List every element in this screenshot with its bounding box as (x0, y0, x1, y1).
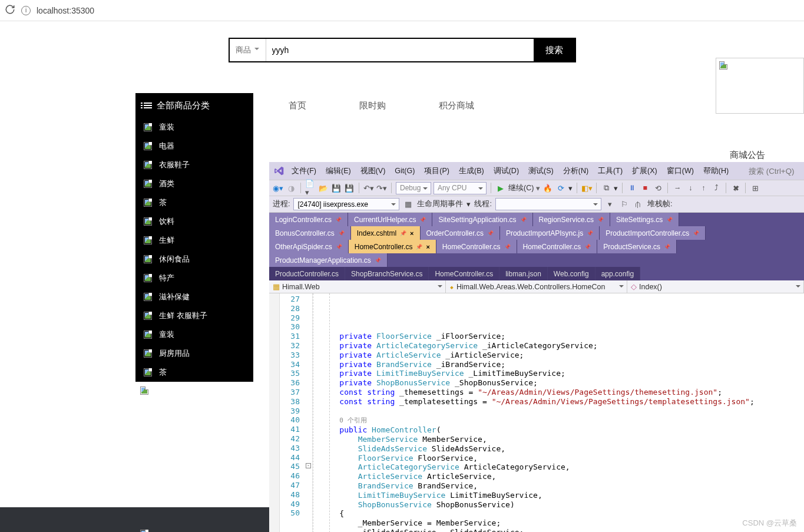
vs-menu-item[interactable]: 测试(S) (524, 164, 558, 177)
code-line[interactable]: FloorService FloorService, (321, 454, 755, 463)
category-item[interactable]: 电器 (135, 137, 253, 156)
category-item[interactable]: 童装 (135, 118, 253, 137)
pin-icon[interactable]: 📌 (375, 257, 381, 263)
vs-menu-item[interactable]: 生成(B) (454, 164, 489, 177)
code-line[interactable]: public HomeController( (321, 425, 755, 435)
restart-icon[interactable]: ⟳ (555, 183, 566, 193)
vs-tab[interactable]: ProductController.cs (269, 267, 345, 280)
nav-flash[interactable]: 限时购 (359, 100, 386, 111)
code-line[interactable]: private FloorService _iFloorService; (321, 332, 755, 341)
tool-icon[interactable]: ⊞ (750, 183, 760, 193)
vs-tab[interactable]: RegionService.cs📌 (533, 213, 610, 226)
crumb-class[interactable]: ⬥Himall.Web.Areas.Web.Controllers.HomeCo… (446, 280, 627, 293)
vs-tab[interactable]: Index.cshtml📌× (351, 226, 421, 240)
code-line[interactable]: { (321, 509, 755, 518)
pin-icon[interactable]: 📌 (597, 217, 604, 223)
categories-header[interactable]: 全部商品分类 (135, 93, 253, 118)
undo-icon[interactable]: ↶▾ (363, 183, 374, 193)
code-line[interactable] (321, 407, 755, 416)
category-item[interactable]: 滋补保健 (135, 288, 253, 306)
hot-reload-icon[interactable]: 🔥 (542, 183, 553, 193)
code-line[interactable]: LimitTimeBuyService LimitTimeBuyService, (321, 491, 755, 500)
nav-home[interactable]: 首页 (289, 100, 306, 111)
vs-tab[interactable]: libman.json (499, 267, 548, 280)
vs-menu-item[interactable]: 扩展(X) (627, 164, 662, 177)
platform-select[interactable]: Any CPU (434, 182, 487, 194)
new-file-icon[interactable]: 📄▾ (305, 183, 316, 193)
vs-tab[interactable]: BonusController.cs📌 (269, 226, 351, 240)
category-item[interactable]: 饮料 (135, 212, 253, 231)
pin-icon[interactable]: 📌 (419, 217, 426, 223)
code-line[interactable]: ArticleCategoryService ArticleCategorySe… (321, 462, 755, 472)
vs-tab[interactable]: ShopBranchService.cs (345, 267, 429, 280)
redo-icon[interactable]: ↷▾ (376, 183, 387, 193)
pin-icon[interactable]: 📌 (504, 244, 511, 250)
threads-icon[interactable]: ⫛ (633, 199, 644, 210)
code-line[interactable]: private ArticleService _iArticleService; (321, 351, 755, 360)
nav-points[interactable]: 积分商城 (439, 100, 474, 111)
vs-tab[interactable]: HomeController.cs📌 (517, 240, 598, 253)
vs-tab[interactable]: ProductImportController.cs📌 (600, 226, 706, 240)
vs-tab[interactable]: CurrentUrlHelper.cs📌 (348, 213, 432, 226)
pin-icon[interactable]: 📌 (336, 244, 342, 250)
pin-icon[interactable]: 📌 (693, 230, 699, 236)
pin-icon[interactable]: 📌 (587, 230, 593, 236)
open-icon[interactable]: 📂 (318, 183, 329, 193)
browser-link-icon[interactable]: ◧▾ (581, 183, 592, 193)
vs-tab[interactable]: HomeController.cs📌 (436, 240, 517, 253)
code-line[interactable]: MemberService MemberService, (321, 435, 755, 444)
vs-menu-item[interactable]: 工具(T) (593, 164, 627, 177)
category-item[interactable]: 厨房用品 (135, 344, 253, 363)
category-item[interactable]: 休闲食品 (135, 250, 253, 269)
vs-menu-item[interactable]: 编辑(E) (321, 164, 356, 177)
refresh-icon[interactable]: ⟲ (653, 183, 663, 193)
vs-tab[interactable]: SiteSettings.cs📌 (610, 213, 679, 226)
code-line[interactable]: private ShopBonusService _ShopBonusServi… (321, 378, 755, 388)
code-line[interactable]: SlideAdsService SlideAdsService, (321, 444, 755, 454)
vs-menu-item[interactable]: 视图(V) (356, 164, 391, 177)
lifecycle-icon[interactable]: ▦ (403, 199, 413, 210)
code-line[interactable]: BrandService BrandService, (321, 481, 755, 491)
pin-icon[interactable]: 📌 (400, 230, 406, 236)
step-over-icon[interactable]: ↓ (685, 183, 696, 193)
fold-icon[interactable]: - (306, 463, 311, 468)
url-text[interactable]: localhost:35300 (37, 6, 94, 15)
vs-tab[interactable]: ProductImportAPIsync.js📌 (500, 226, 600, 240)
vs-tab[interactable]: OtherApiSpider.cs📌 (269, 240, 349, 253)
pin-icon[interactable]: 📌 (416, 244, 422, 250)
vs-menu-item[interactable]: 项目(P) (419, 164, 454, 177)
pin-icon[interactable]: 📌 (664, 244, 670, 250)
step-out-icon[interactable]: ↑ (698, 183, 709, 193)
vs-tab[interactable]: Web.config (548, 267, 595, 280)
code-line[interactable]: _iSlideAdsService = SlideAdsService; (321, 528, 755, 532)
step-into-icon[interactable]: → (672, 183, 683, 193)
category-item[interactable]: 生鲜 衣服鞋子 (135, 306, 253, 325)
vs-menu-item[interactable]: 文件(F) (287, 164, 321, 177)
vs-menu-item[interactable]: 分析(N) (558, 164, 593, 177)
vs-search-input[interactable] (749, 167, 800, 176)
code-line[interactable]: private LimitTimeBuyService _LimitTimeBu… (321, 369, 755, 378)
vs-tab[interactable]: OrderController.cs📌 (421, 226, 500, 240)
crumb-method[interactable]: ◇Index() (627, 280, 804, 293)
category-item[interactable]: 特产 (135, 269, 253, 288)
thread-select[interactable] (495, 198, 601, 210)
vs-tab[interactable]: SiteSettingApplication.cs📌 (432, 213, 532, 226)
code-line[interactable]: const string _themesettings = "~/Areas/A… (321, 388, 755, 397)
search-button[interactable]: 搜索 (534, 39, 575, 61)
pin-icon[interactable]: 📌 (584, 244, 591, 250)
stop-icon[interactable]: ■ (640, 183, 650, 193)
pin-icon[interactable]: 📌 (338, 230, 345, 236)
category-item[interactable]: 生鲜 (135, 231, 253, 250)
lifecycle-label[interactable]: 生命周期事件 (417, 199, 463, 209)
category-item[interactable]: 茶 (135, 363, 253, 382)
vs-menu-item[interactable]: 帮助(H) (699, 164, 733, 177)
pin-icon[interactable]: 📌 (487, 230, 494, 236)
category-item[interactable]: 童装 (135, 325, 253, 344)
code-line[interactable]: 0 个引用 (321, 415, 755, 425)
site-info-icon[interactable]: i (21, 6, 31, 15)
vs-tab[interactable]: HomeController.cs (429, 267, 499, 280)
continue-label[interactable]: 继续(C) (508, 183, 534, 193)
vs-tab[interactable]: LoginController.cs📌 (269, 213, 348, 226)
save-all-icon[interactable]: 💾 (344, 183, 355, 193)
vs-tab[interactable]: app.config (595, 267, 640, 280)
